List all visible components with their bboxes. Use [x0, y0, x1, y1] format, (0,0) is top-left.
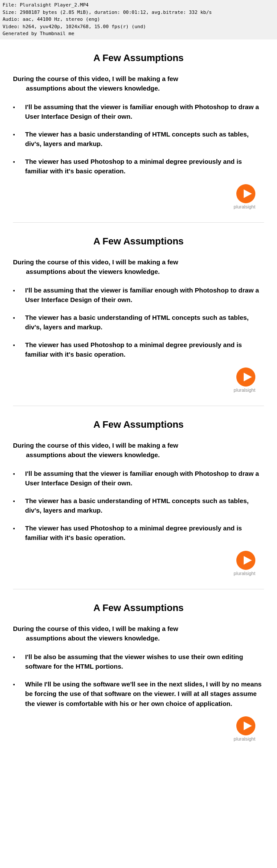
bullet-marker-icon: ▪	[13, 286, 22, 295]
slide-4-logo: pluralsight	[13, 716, 264, 750]
bullet-text: I'll be also be assuming that the viewer…	[25, 652, 264, 672]
slide-1-bullet-1: ▪I'll be assuming that the viewer is fam…	[13, 102, 264, 122]
pluralsight-label: pluralsight	[234, 571, 255, 576]
bullet-marker-icon: ▪	[13, 523, 22, 533]
slide-3-bullet-3: ▪The viewer has used Photoshop to a mini…	[13, 523, 264, 543]
bullet-text: I'll be assuming that the viewer is fami…	[25, 469, 264, 488]
slide-2-logo: pluralsight	[13, 367, 264, 401]
slide-4-bullet-1: ▪I'll be also be assuming that the viewe…	[13, 652, 264, 672]
slide-3-title: A Few Assumptions	[13, 419, 264, 430]
slide-1-logo: pluralsight	[13, 184, 264, 218]
slide-1-bullet-3: ▪The viewer has used Photoshop to a mini…	[13, 157, 264, 176]
pluralsight-play-icon	[236, 716, 255, 735]
bullet-text: The viewer has a basic understanding of …	[25, 496, 264, 516]
bullet-marker-icon: ▪	[13, 679, 22, 689]
bullet-text: The viewer has used Photoshop to a minim…	[25, 523, 264, 543]
bullet-marker-icon: ▪	[13, 130, 22, 139]
slide-1-title: A Few Assumptions	[13, 52, 264, 64]
slide-4-title: A Few Assumptions	[13, 602, 264, 614]
slide-3-logo: pluralsight	[13, 551, 264, 585]
slide-1-bullet-list: ▪I'll be assuming that the viewer is fam…	[13, 102, 264, 176]
pluralsight-play-icon	[236, 367, 255, 387]
bullet-marker-icon: ▪	[13, 157, 22, 166]
slide-4-intro: During the course of this video, I will …	[13, 624, 264, 644]
slide-3-bullet-list: ▪I'll be assuming that the viewer is fam…	[13, 469, 264, 543]
slide-1-intro: During the course of this video, I will …	[13, 74, 264, 94]
pluralsight-label: pluralsight	[234, 204, 255, 209]
slide-3-intro: During the course of this video, I will …	[13, 441, 264, 460]
bullet-marker-icon: ▪	[13, 469, 22, 478]
slide-2-intro: During the course of this video, I will …	[13, 257, 264, 277]
slide-1-bullet-2: ▪The viewer has a basic understanding of…	[13, 130, 264, 149]
slide-2-bullet-list: ▪I'll be assuming that the viewer is fam…	[13, 286, 264, 360]
slide-2: A Few AssumptionsDuring the course of th…	[0, 223, 277, 406]
file-info: File: Pluralsight Player_2.MP4 Size: 298…	[0, 0, 277, 39]
bullet-marker-icon: ▪	[13, 496, 22, 506]
bullet-text: I'll be assuming that the viewer is fami…	[25, 102, 264, 122]
bullet-text: The viewer has a basic understanding of …	[25, 130, 264, 149]
pluralsight-play-icon	[236, 184, 255, 203]
pluralsight-play-icon	[236, 551, 255, 570]
slide-4-bullet-2: ▪While I'll be using the software we'll …	[13, 679, 264, 709]
bullet-marker-icon: ▪	[13, 102, 22, 112]
bullet-text: I'll be assuming that the viewer is fami…	[25, 286, 264, 305]
bullet-text: The viewer has used Photoshop to a minim…	[25, 340, 264, 360]
slide-2-bullet-1: ▪I'll be assuming that the viewer is fam…	[13, 286, 264, 305]
bullet-marker-icon: ▪	[13, 313, 22, 322]
slide-2-title: A Few Assumptions	[13, 236, 264, 247]
bullet-text: The viewer has used Photoshop to a minim…	[25, 157, 264, 176]
pluralsight-label: pluralsight	[234, 736, 255, 741]
slide-3-bullet-2: ▪The viewer has a basic understanding of…	[13, 496, 264, 516]
bullet-text: While I'll be using the software we'll s…	[25, 679, 264, 709]
slide-2-bullet-3: ▪The viewer has used Photoshop to a mini…	[13, 340, 264, 360]
slide-3-bullet-1: ▪I'll be assuming that the viewer is fam…	[13, 469, 264, 488]
slide-4-bullet-list: ▪I'll be also be assuming that the viewe…	[13, 652, 264, 709]
bullet-text: The viewer has a basic understanding of …	[25, 313, 264, 332]
pluralsight-label: pluralsight	[234, 387, 255, 393]
slide-4: A Few AssumptionsDuring the course of th…	[0, 589, 277, 755]
slide-1: A Few AssumptionsDuring the course of th…	[0, 39, 277, 222]
slide-2-bullet-2: ▪The viewer has a basic understanding of…	[13, 313, 264, 332]
bullet-marker-icon: ▪	[13, 340, 22, 350]
slide-3: A Few AssumptionsDuring the course of th…	[0, 406, 277, 589]
bullet-marker-icon: ▪	[13, 652, 22, 662]
